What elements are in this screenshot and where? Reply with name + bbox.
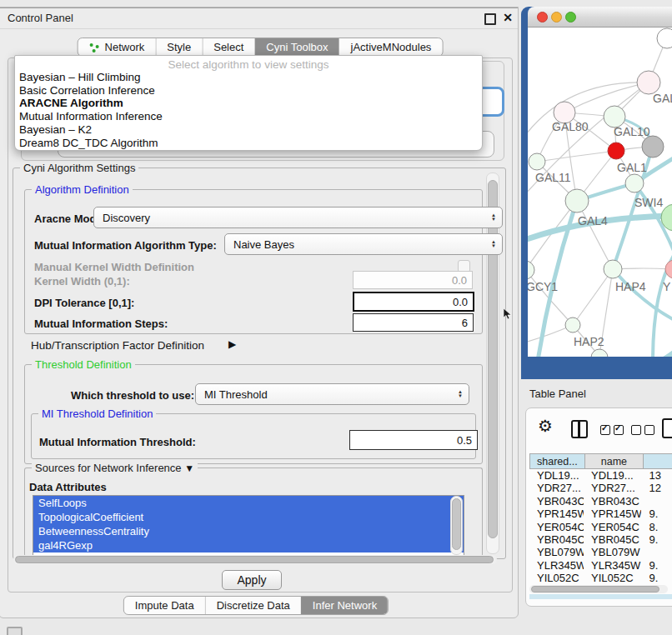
collapse-down-icon[interactable]: ▼ <box>184 462 194 474</box>
table-cell[interactable]: 9. <box>641 508 672 520</box>
tab-impute-data[interactable]: Impute Data <box>124 597 205 614</box>
table-cell[interactable]: YDR27... <box>529 482 584 494</box>
deselect-all-checkboxes-icon[interactable] <box>631 423 658 438</box>
select-all-checkboxes-icon[interactable] <box>600 423 627 438</box>
network-node-gal11[interactable] <box>529 153 545 170</box>
network-node-gcy1[interactable] <box>528 261 534 279</box>
document-icon[interactable] <box>662 418 672 438</box>
table-hscrollbar-thumb[interactable] <box>531 586 659 592</box>
table-cell[interactable]: YDL19... <box>529 469 584 482</box>
table-cell[interactable]: YPR145W <box>529 508 584 520</box>
network-edge[interactable] <box>564 82 649 112</box>
mi-steps-field[interactable]: 6 <box>353 313 474 332</box>
split-columns-icon[interactable] <box>571 420 588 438</box>
mi-threshold-field[interactable]: 0.5 <box>349 430 478 450</box>
dropdown-item-aracne-algorithm[interactable]: ARACNE Algorithm <box>15 97 482 110</box>
control-panel-titlebar[interactable]: Control Panel ✕ <box>0 8 518 29</box>
network-node-hap4[interactable] <box>604 260 622 278</box>
tab-cyni-toolbox[interactable]: Cyni Toolbox <box>254 38 339 56</box>
table-cell[interactable]: 9. <box>641 572 672 584</box>
table-cell[interactable]: YBR043C <box>529 495 584 508</box>
expand-right-icon[interactable]: ▶ <box>228 338 236 350</box>
column-header-name[interactable]: name <box>585 453 644 469</box>
network-node-gray[interactable] <box>642 136 664 158</box>
tab-infer-network[interactable]: Infer Network <box>301 597 388 614</box>
attributes-scrollbar-thumb[interactable] <box>452 498 461 550</box>
dropdown-item-mutual-information-inference[interactable]: Mutual Information Inference <box>15 110 482 123</box>
table-cell[interactable]: 9. <box>641 533 672 546</box>
dropdown-item-basic-correlation-inference[interactable]: Basic Correlation Inference <box>15 84 482 98</box>
dropdown-item-bayesian-hill-climbing[interactable]: Bayesian – Hill Climbing <box>15 71 482 84</box>
network-node-upper-partial[interactable] <box>657 28 672 48</box>
table-cell[interactable]: YBR045C <box>529 533 584 546</box>
table-row[interactable]: YBR043CYBR043C <box>529 495 672 508</box>
attributes-list-scrollbar[interactable] <box>450 496 463 555</box>
attribute-item-topologicalcoefficient[interactable]: TopologicalCoefficient <box>33 510 464 524</box>
table-cell[interactable]: YPR145W <box>584 508 641 520</box>
network-node-pink-right[interactable] <box>665 260 672 278</box>
column-header-partial[interactable] <box>644 453 672 469</box>
table-cell[interactable]: YER054C <box>529 521 584 533</box>
table-cell[interactable]: YDR27... <box>584 482 641 494</box>
table-cell[interactable] <box>641 495 672 508</box>
network-edge[interactable] <box>573 269 613 325</box>
minimized-panel-icon[interactable] <box>7 627 23 635</box>
table-cell[interactable]: YIL052C <box>529 572 584 584</box>
attribute-item-selfloops[interactable]: SelfLoops <box>33 496 464 510</box>
table-cell[interactable]: YLR345W <box>584 559 641 572</box>
table-cell[interactable]: YIL052C <box>584 572 641 584</box>
network-edge[interactable] <box>653 242 672 357</box>
network-node-gal4[interactable] <box>565 189 589 212</box>
network-node-pink-upper[interactable] <box>637 71 660 94</box>
attribute-item-gal4rgexp[interactable]: gal4RGexp <box>33 538 464 552</box>
network-edge[interactable] <box>537 151 616 162</box>
network-canvas[interactable]: GALGAL80GAL10GAL1GAL11SWI4GAL4GCY1HAP4YH… <box>528 28 672 357</box>
table-row[interactable]: YDL19...YDL19...13 <box>529 469 672 482</box>
network-node-hap2[interactable] <box>565 318 580 332</box>
table-cell[interactable]: 9. <box>641 559 672 572</box>
tab-select[interactable]: Select <box>202 38 254 56</box>
settings-hscrollbar-thumb[interactable] <box>15 556 494 563</box>
tab-style[interactable]: Style <box>155 38 202 56</box>
tab-discretize-data[interactable]: Discretize Data <box>205 597 301 614</box>
float-window-icon[interactable] <box>484 13 496 25</box>
table-cell[interactable]: YBR043C <box>584 495 641 508</box>
network-node-swi4[interactable] <box>625 174 644 192</box>
table-cell[interactable]: YLR345W <box>529 559 584 572</box>
table-row[interactable]: YBR045CYBR045C9. <box>529 533 672 546</box>
table-cell[interactable]: 13 <box>641 469 672 482</box>
network-edge[interactable] <box>538 201 577 357</box>
network-window-titlebar[interactable] <box>528 7 672 28</box>
zoom-traffic-button[interactable] <box>565 12 576 22</box>
table-row[interactable]: YER054CYER054C8. <box>529 521 672 533</box>
table-hscrollbar[interactable] <box>529 585 668 593</box>
table-row[interactable]: YPR145WYPR145W9. <box>529 508 672 520</box>
minimize-traffic-button[interactable] <box>551 12 562 22</box>
dropdown-item-bayesian-k2[interactable]: Bayesian – K2 <box>15 123 482 137</box>
table-cell[interactable]: 12 <box>641 482 672 494</box>
table-row[interactable]: YBL079WYBL079W <box>529 546 672 558</box>
table-cell[interactable]: 8. <box>641 521 672 533</box>
dpi-tolerance-field[interactable]: 0.0 <box>353 292 474 312</box>
table-row[interactable]: YLR345WYLR345W9. <box>529 559 672 572</box>
close-traffic-button[interactable] <box>537 12 548 22</box>
mi-type-combo[interactable]: Naive Bayes ▲▼ <box>224 233 503 255</box>
aracne-mode-combo[interactable]: Discovery ▲▼ <box>93 207 503 228</box>
table-cell[interactable]: YBL079W <box>584 546 641 558</box>
tab-network[interactable]: Network <box>78 38 156 56</box>
tab-jactivemnodules[interactable]: jActiveMNodules <box>339 38 443 56</box>
apply-button[interactable]: Apply <box>222 570 282 590</box>
network-node-bottom-partial[interactable] <box>591 349 608 357</box>
gear-icon[interactable]: ⚙ <box>538 416 553 436</box>
settings-scrollbar[interactable] <box>486 172 499 554</box>
table-cell[interactable] <box>641 546 672 558</box>
settings-hscrollbar[interactable] <box>13 555 497 564</box>
network-node-gal1[interactable] <box>608 142 624 159</box>
table-cell[interactable]: YDL19... <box>584 469 641 482</box>
table-row[interactable]: YDR27...YDR27...12 <box>529 482 672 494</box>
table-cell[interactable]: YBR045C <box>584 533 641 546</box>
hub-section-label[interactable]: Hub/Transcription Factor Definition <box>31 339 204 352</box>
kernel-width-field[interactable]: 0.0 <box>353 271 473 289</box>
table-cell[interactable]: YBL079W <box>529 546 584 558</box>
which-threshold-combo[interactable]: MI Threshold ▲▼ <box>195 383 469 405</box>
